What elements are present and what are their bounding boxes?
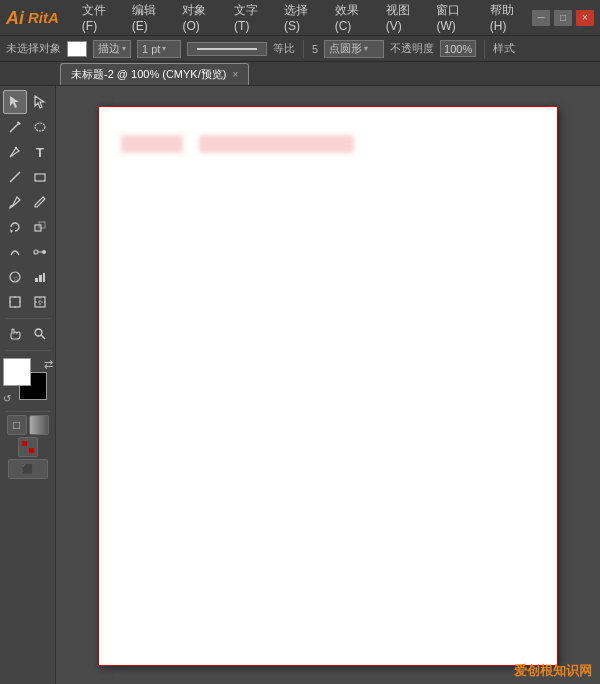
svg-rect-19 <box>10 297 20 307</box>
toolbar-sep3 <box>6 411 50 412</box>
minimize-button[interactable]: ─ <box>532 10 550 26</box>
svg-rect-30 <box>29 441 34 446</box>
symbol-icon: ☆ <box>8 270 22 284</box>
hand-icon <box>8 327 22 341</box>
pen-tool[interactable] <box>3 140 27 164</box>
gradient-btn[interactable] <box>29 415 49 435</box>
watermark: 爱创根知识网 <box>514 662 592 680</box>
svg-line-6 <box>10 172 20 182</box>
artboard-tool[interactable] <box>3 290 27 314</box>
tab-close-button[interactable]: × <box>232 69 238 80</box>
menu-item-h[interactable]: 帮助(H) <box>483 0 532 35</box>
color-area: ⇄ ↺ <box>3 358 53 404</box>
reset-colors-button[interactable]: ↺ <box>3 393 11 404</box>
paintbrush-tool[interactable] <box>3 190 27 214</box>
pencil-icon <box>33 195 47 209</box>
rotate-tool[interactable] <box>3 215 27 239</box>
tool-row-selection <box>0 90 55 114</box>
opacity-input[interactable] <box>440 40 476 57</box>
menu-bar: 文件(F)编辑(E)对象(O)文字(T)选择(S)效果(C)视图(V)窗口(W)… <box>75 0 532 35</box>
menu-item-v[interactable]: 视图(V) <box>379 0 428 35</box>
screen-mode-btn[interactable]: ⬛ <box>8 459 48 479</box>
bottom-tool-row2 <box>18 437 38 457</box>
maximize-button[interactable]: □ <box>554 10 572 26</box>
pattern-btn[interactable] <box>18 437 38 457</box>
lasso-icon <box>33 120 47 134</box>
shape-dropdown[interactable]: 点圆形 ▾ <box>324 40 384 58</box>
menu-item-t[interactable]: 文字(T) <box>227 0 275 35</box>
foreground-color-swatch[interactable] <box>3 358 31 386</box>
rect-tool[interactable] <box>28 165 52 189</box>
warp-tool[interactable] <box>3 240 27 264</box>
app-name: RitA <box>28 9 59 26</box>
hand-tool[interactable] <box>3 322 27 346</box>
tool-row-select2 <box>0 115 55 139</box>
zoom-tool[interactable] <box>28 322 52 346</box>
svg-line-2 <box>10 124 18 132</box>
style-label: 样式 <box>493 41 515 56</box>
artboard <box>98 106 558 666</box>
slice-tool[interactable] <box>28 290 52 314</box>
toolbar-sep <box>6 318 50 319</box>
menu-item-s[interactable]: 选择(S) <box>277 0 326 35</box>
title-bar: Ai RitA 文件(F)编辑(E)对象(O)文字(T)选择(S)效果(C)视图… <box>0 0 600 36</box>
artboard-icon <box>8 295 22 309</box>
toolbar-sep2 <box>6 350 50 351</box>
svg-marker-0 <box>10 96 19 108</box>
none-color-btn[interactable]: □ <box>7 415 27 435</box>
pen-icon <box>8 145 22 159</box>
svg-rect-18 <box>43 273 45 282</box>
content-block-1 <box>121 135 183 153</box>
line-tool[interactable] <box>3 165 27 189</box>
menu-item-o[interactable]: 对象(O) <box>175 0 225 35</box>
tool-row-transform <box>0 215 55 239</box>
window-controls: ─ □ × <box>532 10 594 26</box>
app-logo: Ai <box>6 9 24 27</box>
tool-row-draw <box>0 190 55 214</box>
equal-label: 等比 <box>273 41 295 56</box>
svg-marker-8 <box>10 229 13 233</box>
selection-tool[interactable] <box>3 90 27 114</box>
canvas-area[interactable]: 爱创根知识网 <box>56 86 600 684</box>
svg-rect-29 <box>22 441 27 446</box>
symbol-tool[interactable]: ☆ <box>3 265 27 289</box>
slice-icon <box>33 295 47 309</box>
stroke-size-dropdown[interactable]: 1 pt ▾ <box>137 40 181 58</box>
fill-swatch[interactable] <box>67 41 87 57</box>
doc-tab-label: 未标题-2 @ 100% (CMYK/预览) <box>71 67 226 82</box>
svg-point-12 <box>42 250 46 254</box>
pencil-tool[interactable] <box>28 190 52 214</box>
magic-wand-tool[interactable] <box>3 115 27 139</box>
tool-row-nav <box>0 322 55 346</box>
stroke-size-arrow: ▾ <box>162 44 166 53</box>
paintbrush-icon <box>8 195 22 209</box>
scale-tool[interactable] <box>28 215 52 239</box>
shape-arrow: ▾ <box>364 44 368 53</box>
swap-colors-button[interactable]: ⇄ <box>44 358 53 371</box>
stroke-dropdown[interactable]: 描边 ▾ <box>93 40 131 58</box>
chart-tool[interactable] <box>28 265 52 289</box>
type-tool[interactable]: T <box>28 140 52 164</box>
rotate-icon <box>8 220 22 234</box>
svg-text:☆: ☆ <box>13 275 19 282</box>
dot-value: 5 <box>312 43 318 55</box>
menu-item-w[interactable]: 窗口(W) <box>429 0 480 35</box>
menu-item-e[interactable]: 编辑(E) <box>125 0 174 35</box>
toolbar: T <box>0 86 56 684</box>
direct-selection-icon <box>33 95 47 109</box>
scale-icon <box>33 220 47 234</box>
menu-item-c[interactable]: 效果(C) <box>328 0 377 35</box>
zoom-icon <box>33 327 47 341</box>
close-button[interactable]: × <box>576 10 594 26</box>
blend-tool[interactable] <box>28 240 52 264</box>
menu-item-f[interactable]: 文件(F) <box>75 0 123 35</box>
tab-bar: 未标题-2 @ 100% (CMYK/预览) × <box>0 62 600 86</box>
selection-icon <box>8 95 22 109</box>
tool-row-symbol: ☆ <box>0 265 55 289</box>
doc-tab[interactable]: 未标题-2 @ 100% (CMYK/预览) × <box>60 63 249 85</box>
magic-wand-icon <box>8 120 22 134</box>
lasso-tool[interactable] <box>28 115 52 139</box>
pattern-icon <box>21 440 35 454</box>
direct-selection-tool[interactable] <box>28 90 52 114</box>
stroke-line-preview <box>187 42 267 56</box>
